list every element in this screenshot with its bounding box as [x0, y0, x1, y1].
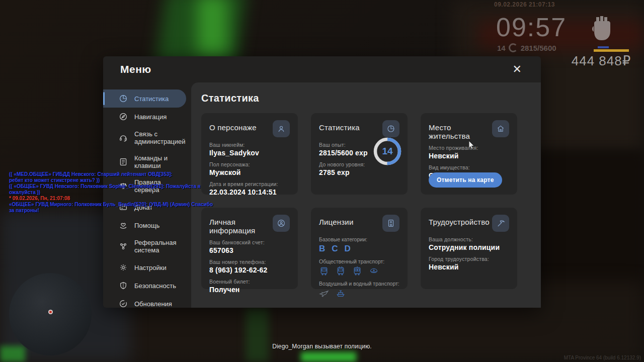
- person-circle-icon: [273, 215, 290, 232]
- hud-money: 444 848₽: [569, 15, 634, 69]
- check-circle-icon: [119, 299, 128, 308]
- field-value: Ilyas_Sadykov: [209, 149, 290, 157]
- field-value: 8 (963) 192-62-62: [209, 266, 290, 274]
- sidebar-item-label: Статистика: [134, 95, 169, 103]
- trolleybus-icon: [336, 266, 346, 276]
- field-registration: Дата и время регистрации: 22.03.2024 10:…: [209, 181, 290, 196]
- sidebar-item-updates[interactable]: Обновления: [103, 295, 186, 313]
- level-ring-icon: [509, 43, 518, 52]
- license-category-c: C: [332, 244, 338, 254]
- sidebar-item-label: Настройки: [134, 264, 167, 272]
- field-value: Невский: [429, 152, 509, 160]
- hud-level-value: 14: [497, 44, 506, 52]
- level-progress-ring: 14: [372, 136, 403, 166]
- field-label: Пол персонажа:: [209, 161, 290, 167]
- licenses-categories-label: Базовые категории:: [319, 236, 399, 242]
- field-label: Ваш банковский счет:: [209, 239, 290, 245]
- chat-line: ребят кто может стикстрене жать? )): [9, 177, 213, 184]
- menu-header: Меню ✕: [103, 56, 541, 82]
- chat-line: (( «ОБЩЕЕ» ГУВД Невского: Полковник Soph…: [9, 184, 213, 190]
- background-green-glow: [197, 0, 227, 55]
- card-employment: Трудоустройство Ваша должность: Сотрудни…: [421, 208, 517, 289]
- level-value: 14: [372, 136, 403, 166]
- licenses-air-label: Воздушный и водный транспорт:: [319, 281, 399, 287]
- chat-line: за патроны!: [9, 208, 213, 214]
- sidebar-item-label: Команды и клавиши: [134, 154, 182, 169]
- card-residence: Место жительства Место проживания: Невск…: [421, 113, 517, 195]
- card-title: Трудоустройство: [429, 215, 490, 226]
- hud-level: 14 2815/5600: [497, 43, 556, 52]
- card-title: Статистика: [319, 120, 360, 132]
- chat-line-timestamp: * 09.02.2026, Пн, 21:07:08: [9, 196, 213, 202]
- card-licenses: Лицензии Базовые категории: B C D Общест…: [311, 208, 408, 289]
- pie-chart-icon: [119, 94, 128, 103]
- licenses-public-label: Общественный транспорт:: [319, 258, 399, 264]
- menu-title: Меню: [120, 63, 151, 75]
- license-category-d: D: [345, 244, 351, 254]
- sidebar-item-label: Реферальная система: [134, 239, 182, 254]
- field-job-title: Ваша должность: Сотрудник полиции: [429, 236, 509, 251]
- mark-on-map-button[interactable]: Отметить на карте: [429, 172, 502, 188]
- license-categories: B C D: [319, 244, 399, 254]
- list-icon: [119, 157, 128, 166]
- home-icon: [492, 120, 509, 137]
- money-amount: 444 848₽: [569, 53, 634, 69]
- field-label: Вид имущества:: [429, 164, 509, 170]
- sidebar-item-support[interactable]: Связь с администрацией: [103, 126, 186, 150]
- field-bank-account: Ваш банковский счет: 657063: [209, 239, 290, 254]
- air-water-transport-icons: [319, 288, 399, 298]
- gear-icon: [119, 263, 128, 272]
- player-marker-icon: [48, 310, 53, 314]
- field-label: Дата и время регистрации:: [209, 181, 290, 187]
- field-label: Военный билет:: [209, 279, 290, 285]
- sidebar-item-referral[interactable]: Реферальная система: [103, 234, 186, 258]
- hud-exp-fraction: 2815/5600: [521, 44, 556, 52]
- field-label: Ваш номер телефона:: [209, 259, 290, 265]
- chat-line: ожалуйста )): [9, 190, 213, 196]
- field-job-city: Город трудоустройства: Невский: [429, 256, 509, 271]
- field-value: Получен: [209, 286, 290, 294]
- sidebar-item-statistics[interactable]: Статистика: [103, 89, 186, 108]
- card-personal-info: Личная информация Ваш банковский счет: 6…: [201, 208, 298, 289]
- fist-icon: [589, 15, 614, 45]
- network-icon: [119, 242, 128, 251]
- sidebar-item-security[interactable]: Безопасность: [103, 277, 186, 295]
- sidebar-item-navigation[interactable]: Навигация: [103, 108, 186, 126]
- bus-icon: [319, 266, 329, 276]
- card-title: Место жительства: [429, 120, 492, 140]
- field-military-id: Военный билет: Получен: [209, 279, 290, 294]
- field-label: Ваша должность:: [429, 236, 509, 242]
- field-label: Город трудоустройства:: [429, 256, 509, 262]
- background-green-strip: [0, 346, 25, 362]
- selected-indicator: [103, 92, 105, 105]
- tram-icon: [352, 266, 362, 276]
- field-value: Сотрудник полиции: [429, 243, 509, 251]
- id-card-icon: [382, 215, 399, 232]
- close-icon[interactable]: ✕: [511, 62, 524, 77]
- field-phone: Ваш номер телефона: 8 (963) 192-62-62: [209, 259, 290, 274]
- heart-hands-icon: [119, 221, 128, 230]
- card-title: Личная информация: [209, 215, 273, 235]
- gold-bar: [594, 49, 629, 52]
- public-transport-icons: [319, 266, 399, 276]
- cards-grid: О персонаже Ваш никнейм: Ilyas_Sadykov П…: [201, 113, 541, 289]
- card-statistics: Статистика Ваш опыт: 2815/5600 exp До но…: [311, 113, 408, 195]
- sidebar-item-label: Связь с администрацией: [134, 130, 186, 145]
- field-value: 22.03.2024 10:14:51: [209, 188, 290, 196]
- field-value: 657063: [209, 246, 290, 254]
- sidebar-item-label: Помощь: [134, 222, 159, 229]
- menu-content: Статистика О персонаже Ваш никнейм: Ilya…: [191, 82, 541, 308]
- pie-chart-icon: [382, 120, 399, 137]
- sidebar-item-help[interactable]: Помощь: [103, 216, 186, 234]
- sidebar-item-settings[interactable]: Настройки: [103, 258, 186, 277]
- compass-icon: [119, 112, 128, 121]
- boat-icon: [336, 288, 346, 298]
- pickaxe-icon: [492, 215, 509, 232]
- license-category-b: B: [319, 244, 325, 254]
- headset-icon: [119, 133, 128, 142]
- shield-icon: [119, 281, 128, 290]
- sidebar-item-label: Безопасность: [134, 282, 176, 290]
- chat-log: (( «MED.ОБЩЕЕ» ГИБДД Невского: Старший л…: [9, 171, 213, 214]
- sidebar-item-commands[interactable]: Команды и клавиши: [103, 150, 186, 174]
- page-title: Статистика: [201, 93, 541, 104]
